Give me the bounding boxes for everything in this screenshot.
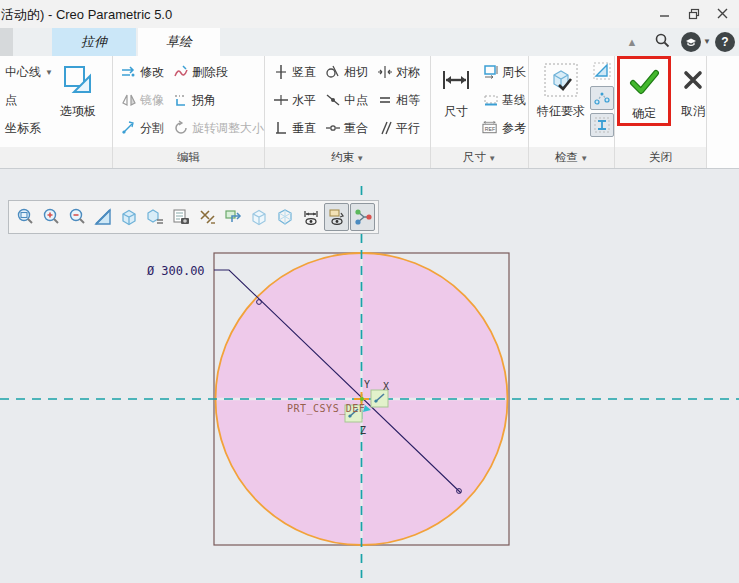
button-label: 水平: [292, 92, 316, 109]
点-button[interactable]: 点: [3, 86, 55, 114]
search-button[interactable]: [651, 31, 673, 53]
group-dropdown-caret-icon[interactable]: ▼: [578, 154, 588, 163]
svg-text:REF: REF: [485, 126, 495, 132]
annotation-display-button[interactable]: [220, 203, 245, 231]
perspective-button[interactable]: [272, 203, 297, 231]
tab-stub[interactable]: [0, 28, 13, 56]
dimension-display-icon: [301, 207, 321, 227]
mirror-icon: [120, 92, 137, 109]
group-dropdown-caret-icon[interactable]: ▼: [486, 154, 496, 163]
minimize-button[interactable]: [651, 5, 677, 23]
中心线-button[interactable]: 中心线▼: [3, 58, 55, 86]
zoom-window-icon: [15, 207, 35, 227]
perspective-icon: [275, 207, 295, 227]
水平-button[interactable]: 水平: [268, 86, 320, 114]
坐标系-button[interactable]: 坐标系: [3, 114, 55, 142]
overlapping-geometry-button[interactable]: [590, 113, 614, 137]
sketch-view-button[interactable]: [324, 203, 349, 231]
spin-center-button[interactable]: [246, 203, 271, 231]
特征要求-button[interactable]: 特征要求: [532, 58, 590, 120]
annotation-display-icon: [223, 207, 243, 227]
尺寸-button[interactable]: 尺寸: [434, 58, 478, 120]
restore-button[interactable]: [681, 5, 707, 23]
center-point[interactable]: [360, 397, 364, 401]
button-label: 分割: [140, 120, 164, 137]
community-dropdown-caret[interactable]: ▼: [701, 31, 713, 53]
view-manager-icon: [171, 207, 191, 227]
确定-button[interactable]: 确定: [622, 60, 666, 122]
saved-orientations-icon: [145, 207, 165, 227]
highlight-open-ends-button[interactable]: [590, 86, 614, 110]
ribbon-group-label-close: 关闭: [615, 147, 706, 168]
button-label: 修改: [140, 64, 164, 81]
ribbon-group-label-constrain[interactable]: 约束 ▼: [265, 147, 430, 168]
close-button[interactable]: [709, 5, 735, 23]
dimension-icon: [441, 68, 471, 92]
修改-button[interactable]: 修改: [116, 58, 168, 86]
datum-display-button[interactable]: [194, 203, 219, 231]
相等-button[interactable]: 相等: [372, 86, 424, 114]
拐角-button[interactable]: 拐角: [168, 86, 268, 114]
中点-button[interactable]: 中点: [320, 86, 372, 114]
group-dropdown-caret-icon[interactable]: ▼: [354, 154, 364, 163]
reference-icon: REF: [482, 120, 499, 137]
saved-orientations-button[interactable]: [142, 203, 167, 231]
corner-icon: [172, 92, 189, 109]
ribbon-group-label-dimension[interactable]: 尺寸 ▼: [431, 147, 528, 168]
ribbon-group-datum: 中心线▼点坐标系选项板: [0, 56, 113, 168]
graphics-toolbar: [8, 200, 379, 234]
dimension-display-button[interactable]: [298, 203, 323, 231]
button-label: 中点: [344, 92, 368, 109]
tangent-constraint-icon: [324, 64, 341, 81]
button-label: 点: [5, 92, 17, 109]
tab-sketch[interactable]: 草绘: [138, 28, 220, 56]
垂直-button[interactable]: 垂直: [268, 114, 320, 142]
ribbon-group-label-datum: [0, 147, 112, 168]
overlapping-geometry-icon: [593, 116, 611, 134]
tab-extrude[interactable]: 拉伸: [52, 28, 136, 56]
refit-icon: [93, 207, 113, 227]
community-button[interactable]: [681, 32, 701, 52]
删除段-button[interactable]: 删除段: [168, 58, 268, 86]
对称-button[interactable]: 对称: [372, 58, 424, 86]
restore-icon: [688, 8, 700, 20]
选项板-button[interactable]: 选项板: [55, 58, 101, 120]
button-label: 删除段: [192, 64, 228, 81]
shade-closed-loops-button[interactable]: [590, 59, 614, 83]
csys-handle-x[interactable]: [371, 390, 388, 407]
button-label: 垂直: [292, 120, 316, 137]
red-highlight-box: 确定: [617, 56, 671, 126]
dropdown-caret-icon[interactable]: ▼: [45, 68, 53, 77]
zoom-out-icon: [67, 207, 87, 227]
button-label: 取消: [681, 103, 705, 120]
zoom-in-button[interactable]: [38, 203, 63, 231]
button-label: 旋转调整大小: [192, 120, 264, 137]
tab-row: 拉伸 草绘 ▲ ▼ ?: [0, 28, 739, 56]
axis-label-y: Y: [364, 379, 370, 390]
display-style-button[interactable]: [116, 203, 141, 231]
csys-label[interactable]: PRT_CSYS_DEF: [287, 403, 365, 415]
view-manager-button[interactable]: [168, 203, 193, 231]
collapse-ribbon-button[interactable]: ▲: [621, 31, 643, 53]
help-button[interactable]: ?: [715, 32, 735, 52]
竖直-button[interactable]: 竖直: [268, 58, 320, 86]
基线-button[interactable]: 基线: [478, 86, 530, 114]
perpendicular-constraint-icon: [272, 120, 289, 137]
平行-button[interactable]: 平行: [372, 114, 424, 142]
参考-button[interactable]: REF参考: [478, 114, 530, 142]
delete-segment-icon: [172, 64, 189, 81]
相切-button[interactable]: 相切: [320, 58, 372, 86]
diameter-dimension-text[interactable]: Ø300.00: [147, 264, 205, 278]
ribbon-group-label-inspect[interactable]: 检查 ▼: [529, 147, 614, 168]
button-label: 特征要求: [537, 103, 585, 120]
sketch-display-button[interactable]: [350, 203, 375, 231]
ribbon: 中心线▼点坐标系选项板修改镜像分割删除段拐角旋转调整大小编辑竖直水平垂直相切中点…: [0, 56, 739, 169]
zoom-out-button[interactable]: [64, 203, 89, 231]
zoom-window-button[interactable]: [12, 203, 37, 231]
分割-button[interactable]: 分割: [116, 114, 168, 142]
周长-button[interactable]: 周长: [478, 58, 530, 86]
重合-button[interactable]: 重合: [320, 114, 372, 142]
button-label: 中心线: [5, 64, 41, 81]
取消-button[interactable]: 取消: [671, 58, 715, 120]
refit-button[interactable]: [90, 203, 115, 231]
